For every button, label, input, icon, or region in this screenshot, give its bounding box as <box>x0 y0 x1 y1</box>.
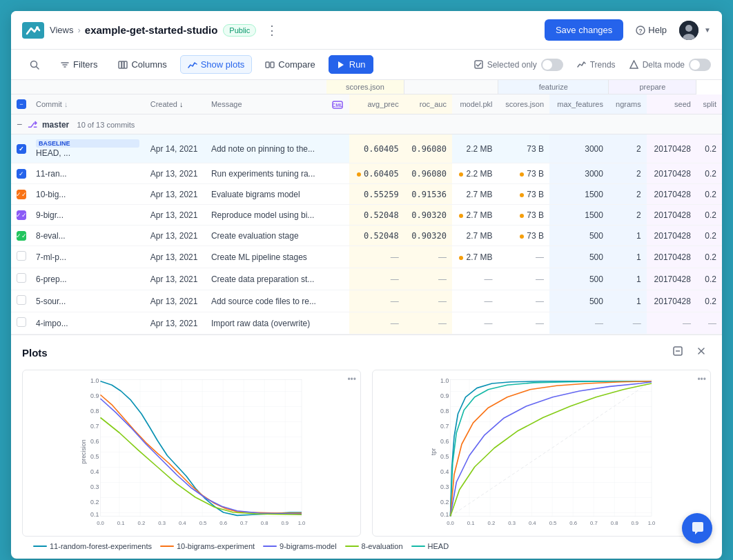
row-checkbox[interactable] <box>17 273 26 283</box>
svg-text:0.7: 0.7 <box>440 423 449 430</box>
row-checkbox-cell <box>11 268 30 290</box>
ngrams-cell: 2 <box>609 184 647 205</box>
compare-button[interactable]: Compare <box>257 55 322 74</box>
chart2-more-button[interactable]: ••• <box>697 374 706 384</box>
show-plots-label: Show plots <box>201 59 245 70</box>
row-checkbox[interactable] <box>17 144 26 154</box>
plots-header: Plots <box>22 343 711 361</box>
help-button[interactable]: ? Help <box>629 21 674 39</box>
columns-button[interactable]: Columns <box>110 55 174 74</box>
master-label: master <box>42 120 69 130</box>
toggle-knob <box>543 60 552 70</box>
chart1-more-button[interactable]: ••• <box>347 374 356 384</box>
row-checkbox[interactable]: ✓ <box>17 210 26 220</box>
minimize-plots-button[interactable] <box>668 343 687 361</box>
avatar[interactable] <box>679 21 698 40</box>
date-cell: Apr 13, 2021 <box>145 226 206 246</box>
legend-item-9: 9-bigrams-model <box>263 542 337 550</box>
trends-label: Trends <box>590 60 616 70</box>
more-options-button[interactable]: ⋮ <box>262 21 282 39</box>
changed-dot <box>520 172 524 177</box>
legend-line-11 <box>33 546 47 547</box>
roc-auc-cell: — <box>404 290 452 312</box>
svg-text:1.0: 1.0 <box>298 520 306 526</box>
run-button[interactable]: Run <box>329 55 373 74</box>
message-cell: Create ML pipeline stages <box>206 246 326 268</box>
breadcrumb-root[interactable]: Views <box>50 25 73 35</box>
expand-master-button[interactable]: − <box>17 119 22 130</box>
table-row[interactable]: ✓ 8-eval... Apr 13, 2021 Create evaluati… <box>11 226 722 246</box>
th-roc-auc: roc_auc <box>404 94 452 114</box>
cml-cell <box>326 134 349 163</box>
table-row[interactable]: 5-sour... Apr 13, 2021 Add source code f… <box>11 290 722 312</box>
legend-line-8 <box>345 546 359 547</box>
table-row[interactable]: ✓ 10-big... Apr 13, 2021 Evaluate bigram… <box>11 184 722 205</box>
save-changes-button[interactable]: Save changes <box>545 19 623 41</box>
filters-button[interactable]: Filters <box>52 55 105 74</box>
svg-rect-12 <box>124 61 127 68</box>
commit-cell: 8-eval... <box>30 226 145 246</box>
row-checkbox[interactable]: ✓ <box>17 231 26 241</box>
table-row[interactable]: BASELINE HEAD, ... Apr 14, 2021 Add note… <box>11 134 722 163</box>
commit-cell: 6-prep... <box>30 268 145 290</box>
split-cell: 0.2 <box>696 226 722 246</box>
th-created[interactable]: Created ↓ <box>145 94 206 114</box>
seed-cell: 20170428 <box>647 246 696 268</box>
svg-text:0.4: 0.4 <box>440 468 449 475</box>
avg-prec-cell: 0.52048 <box>349 205 404 226</box>
split-cell: 0.2 <box>696 134 722 163</box>
table-row[interactable]: ✓ 9-bigr... Apr 13, 2021 Reproduce model… <box>11 205 722 226</box>
max-features-cell: 500 <box>549 226 609 246</box>
selected-only-toggle[interactable] <box>541 59 563 71</box>
close-plots-button[interactable] <box>692 343 711 361</box>
avg-prec-cell: 0.60405 <box>349 134 404 163</box>
avg-prec-cell: — <box>349 290 404 312</box>
row-checkbox[interactable] <box>17 251 26 261</box>
row-checkbox[interactable] <box>17 317 26 327</box>
row-checkbox[interactable] <box>17 169 26 179</box>
scores-json-cell: — <box>498 312 549 334</box>
max-features-cell: 1500 <box>549 184 609 205</box>
table-row[interactable]: 6-prep... Apr 13, 2021 Create data prepa… <box>11 268 722 290</box>
cml-cell <box>326 226 349 246</box>
delta-mode-label: Delta mode <box>643 60 685 70</box>
select-all-checkbox[interactable] <box>17 99 26 109</box>
delta-mode-toggle[interactable] <box>689 59 711 71</box>
run-label: Run <box>349 59 366 70</box>
row-checkbox[interactable] <box>17 295 26 305</box>
plots-title: Plots <box>22 347 48 359</box>
svg-text:1.0: 1.0 <box>440 377 449 384</box>
date-cell: Apr 13, 2021 <box>145 205 206 226</box>
chat-icon <box>690 521 705 536</box>
col-group-scores: scores.json <box>326 80 404 94</box>
table-row[interactable]: 7-ml-p... Apr 13, 2021 Create ML pipelin… <box>11 246 722 268</box>
seed-cell: — <box>647 312 696 334</box>
message-cell: Run experiments tuning ra... <box>206 163 326 184</box>
chat-button[interactable] <box>682 513 712 543</box>
cml-cell <box>326 290 349 312</box>
ngrams-cell: 2 <box>609 134 647 163</box>
model-pkl-cell: 2.7 MB <box>452 205 498 226</box>
changed-dot <box>520 234 524 239</box>
ngrams-cell: — <box>609 312 647 334</box>
table-row[interactable]: 11-ran... Apr 13, 2021 Run experiments t… <box>11 163 722 184</box>
scores-json-cell: 73 B <box>498 226 549 246</box>
public-badge: Public <box>223 24 256 37</box>
scores-json-cell: 73 B <box>498 134 549 163</box>
breadcrumb: Views › example-get-started-studio <box>50 24 217 36</box>
search-button[interactable] <box>22 56 47 74</box>
ngrams-cell: 1 <box>609 226 647 246</box>
avatar-dropdown-button[interactable]: ▼ <box>704 26 711 34</box>
message-cell: Evaluate bigrams model <box>206 184 326 205</box>
show-plots-button[interactable]: Show plots <box>180 55 253 74</box>
ngrams-cell: 1 <box>609 290 647 312</box>
row-checkbox[interactable]: ✓ <box>17 190 26 199</box>
commit-cell: BASELINE HEAD, ... <box>30 134 145 163</box>
svg-point-0 <box>36 26 39 29</box>
row-checkbox-cell <box>11 134 30 163</box>
baseline-tag: BASELINE <box>36 139 139 148</box>
table-row[interactable]: 4-impo... Apr 13, 2021 Import raw data (… <box>11 312 722 334</box>
master-group-header: − ⎇ master 10 of 13 commits <box>11 114 722 134</box>
svg-text:0.3: 0.3 <box>508 520 516 526</box>
th-commit[interactable]: Commit ↓ <box>30 94 145 114</box>
